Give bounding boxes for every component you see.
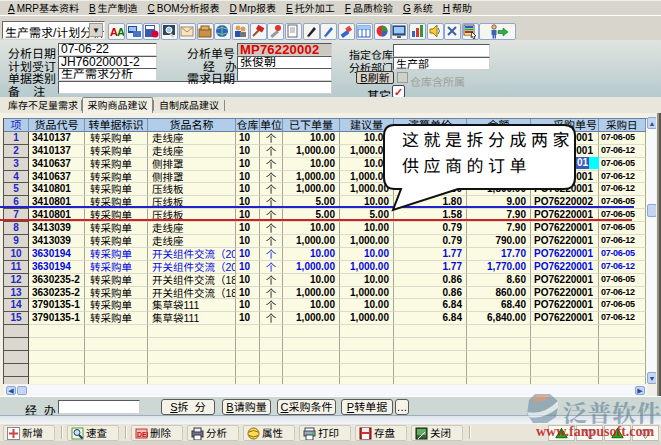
- svg-text:DEL: DEL: [137, 430, 148, 437]
- svg-text:A: A: [117, 26, 124, 38]
